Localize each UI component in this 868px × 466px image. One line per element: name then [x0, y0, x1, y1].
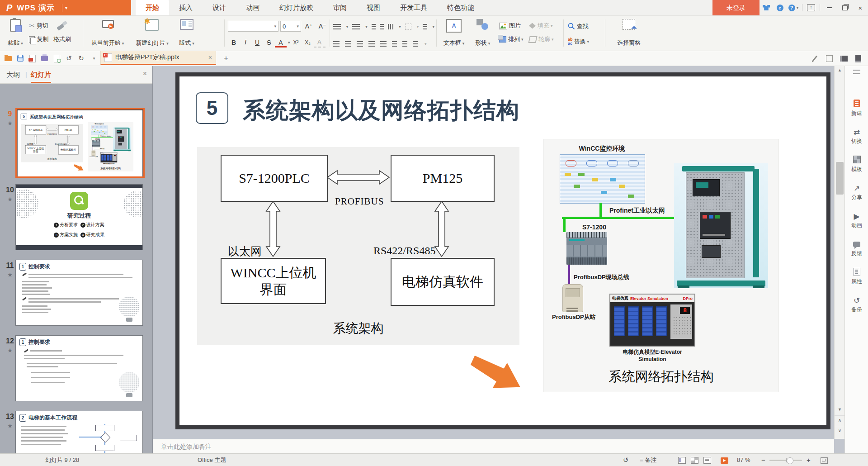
sidebar-item-template[interactable]: 模板	[845, 156, 868, 173]
strike-button[interactable]: S	[263, 38, 275, 47]
align-right-button[interactable]	[357, 41, 363, 47]
architecture-diagram[interactable]: S7-1200PLC PM125 WINCC上位机界面 电梯仿真软件 PROFI…	[21, 124, 83, 162]
picture-button[interactable]: 图片	[499, 19, 524, 33]
export-pdf-button[interactable]	[26, 52, 38, 64]
architecture-caption[interactable]: 系统架构	[197, 320, 519, 337]
tab-view[interactable]: 视图	[357, 0, 390, 15]
line-spacing-button[interactable]	[423, 24, 427, 29]
next-slide-button[interactable]: ∨	[835, 426, 845, 435]
slide-number-badge[interactable]: 5	[196, 92, 228, 124]
tab-devtools[interactable]: 开发工具	[390, 0, 437, 15]
label-ethernet[interactable]: 以太网	[27, 143, 33, 145]
slide-number-badge[interactable]: 5	[21, 114, 27, 120]
theme-name[interactable]: Office 主题	[198, 454, 226, 466]
tab-slideshow[interactable]: 幻灯片放映	[269, 0, 323, 15]
orange-arrow[interactable]	[73, 163, 85, 172]
scrollbar-thumb[interactable]	[836, 162, 844, 195]
redo-button[interactable]: ↻	[75, 52, 87, 64]
architecture-caption[interactable]: 系统架构	[21, 157, 83, 161]
skin-button[interactable]	[760, 0, 773, 15]
textbox-button[interactable]: A 文本框▾	[440, 19, 468, 47]
sidebar-item-properties[interactable]: 属性	[845, 268, 868, 285]
tab-review[interactable]: 审阅	[323, 0, 357, 15]
layout-dark1-button[interactable]	[838, 53, 849, 64]
clear-format-button[interactable]: A	[314, 38, 326, 48]
sidebar-item-switch[interactable]: ⇄ 切换	[845, 128, 868, 145]
outline-button[interactable]: 轮廓▾	[529, 33, 554, 46]
notes-placeholder[interactable]: 单击此处添加备注	[161, 443, 212, 450]
orange-arrow[interactable]	[466, 351, 527, 398]
paste-button[interactable]: 粘贴▾	[4, 19, 27, 47]
tab-slides[interactable]: 幻灯片	[31, 66, 51, 83]
view-normal-button[interactable]	[678, 454, 686, 466]
tab-design[interactable]: 设计	[203, 0, 236, 15]
fill-button[interactable]: 填充▾	[529, 19, 554, 33]
login-button[interactable]: 未登录	[712, 0, 760, 15]
text-direction-button[interactable]	[388, 24, 393, 29]
quickbar-more-button[interactable]: ▾	[87, 52, 99, 64]
zoom-in-button[interactable]: +	[807, 454, 811, 466]
document-tab[interactable]: 电梯答辩PPT定稿.pptx ×	[100, 51, 216, 65]
open-button[interactable]	[2, 52, 14, 64]
arch-box-pm125[interactable]: PM125	[391, 155, 495, 202]
align-center-button[interactable]	[345, 41, 351, 47]
placeholder-button[interactable]	[405, 24, 411, 30]
label-profibus[interactable]: PROFIBUS	[47, 133, 57, 136]
panel-close-icon[interactable]: ×	[143, 70, 147, 78]
slide-thumbnail-10[interactable]: 研究过程 1分析要求 2设计方案 3方案实施 4研究成果	[15, 184, 143, 250]
scroll-up-icon[interactable]: ▲	[835, 66, 845, 74]
print-button[interactable]	[38, 52, 51, 64]
find-button[interactable]: 查找	[568, 19, 602, 33]
print-preview-button[interactable]	[51, 52, 63, 64]
label-rs422[interactable]: RS422/RS485	[373, 245, 435, 257]
superscript-button[interactable]: X²	[290, 38, 302, 47]
minimize-button[interactable]	[822, 0, 837, 15]
app-menu[interactable]: P WPS 演示 ▾	[0, 0, 131, 15]
layout-button[interactable]: 版式▾	[175, 19, 198, 47]
history-button[interactable]: ↺	[623, 454, 629, 466]
collapse-panel-icon[interactable]	[853, 70, 860, 74]
scroll-down-icon[interactable]: ▼	[835, 405, 845, 414]
arch-box-plc[interactable]: S7-1200PLC	[25, 125, 46, 134]
slide-thumbnail-13[interactable]: 2电梯的基本工作流程	[15, 411, 143, 453]
slide-thumbnail-12[interactable]: 1控制要求	[15, 335, 143, 401]
selection-pane-button[interactable]: 选择窗格	[609, 19, 648, 47]
view-reading-button[interactable]	[703, 454, 711, 466]
align-justify-button[interactable]	[368, 41, 375, 47]
arch-box-plc[interactable]: S7-1200PLC	[221, 155, 328, 202]
slide-title[interactable]: 系统架构以及网络拓扑结构	[243, 95, 519, 126]
topology-figure[interactable]: WinCC监控环境 Profinet工业以太网	[88, 122, 133, 171]
app-menu-caret-icon[interactable]: ▾	[62, 4, 71, 12]
align-left-button[interactable]	[333, 41, 340, 47]
layout-light-button[interactable]	[824, 53, 835, 64]
underline-button[interactable]: U	[251, 38, 263, 47]
zoom-value[interactable]: 87 %	[737, 454, 750, 466]
notes-toggle[interactable]: ≡ 备注	[640, 454, 656, 466]
close-document-icon[interactable]: ×	[208, 54, 212, 61]
increase-font-button[interactable]: A⁺	[303, 22, 315, 31]
help-button[interactable]: ?▾	[787, 0, 800, 15]
architecture-diagram[interactable]: S7-1200PLC PM125 WINCC上位机界面 电梯仿真软件 PROFI…	[197, 147, 519, 345]
play-from-current-button[interactable]: 从当前开始▾	[86, 19, 129, 47]
sidebar-item-animation[interactable]: ▶ 动画	[845, 212, 868, 229]
save-button[interactable]	[14, 52, 26, 64]
slide-canvas[interactable]: 5 系统架构以及网络拓扑结构 S7-1200PLC PM125 WINCC上位机…	[17, 109, 143, 178]
arch-box-wincc[interactable]: WINCC上位机界面	[221, 258, 326, 304]
tab-insert[interactable]: 插入	[169, 0, 203, 15]
fit-window-button[interactable]	[821, 454, 828, 466]
arch-box-pm125[interactable]: PM125	[58, 125, 78, 134]
topology-caption[interactable]: 系统网络拓扑结构	[88, 166, 133, 170]
tab-special[interactable]: 特色功能	[437, 0, 484, 15]
arrange-button[interactable]: 排列▾	[499, 33, 524, 46]
close-button[interactable]: ×	[853, 0, 868, 15]
label-profibus[interactable]: PROFIBUS	[335, 196, 384, 207]
align-distribute-button[interactable]	[380, 41, 387, 47]
replace-button[interactable]: abac 替换▾	[568, 35, 602, 48]
sidebar-item-feedback[interactable]: 反馈	[845, 240, 868, 257]
format-painter-button[interactable]: 格式刷	[53, 33, 71, 46]
subscript-button[interactable]: X₂	[302, 38, 314, 47]
arch-box-sim[interactable]: 电梯仿真软件	[58, 145, 78, 154]
increase-indent-button[interactable]	[380, 24, 384, 29]
undo-button[interactable]: ↺	[63, 52, 75, 64]
bold-button[interactable]: B	[228, 38, 240, 47]
